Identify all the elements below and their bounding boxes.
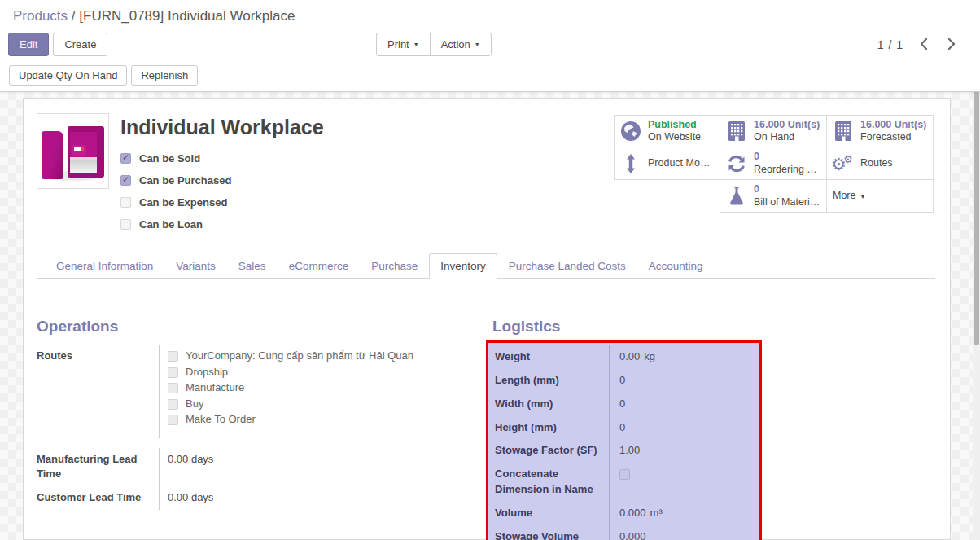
flask-icon <box>726 186 747 207</box>
field-label: Height (mm) <box>495 416 609 440</box>
stat-label: Forecasted <box>860 131 926 143</box>
replenish-button[interactable]: Replenish <box>131 65 198 86</box>
product-header: Individual Workplace Can be SoldCan be P… <box>37 108 935 240</box>
notebook-tabs: General InformationVariantsSaleseCommerc… <box>37 253 935 279</box>
stat-button-forecasted[interactable]: 16.000 Unit(s)Forecasted <box>826 115 934 147</box>
field-value: 0.000 <box>619 530 646 540</box>
operations-group: Operations Routes YourCompany: Cung cấp … <box>37 318 486 540</box>
field-value: 0.00 days <box>159 448 486 487</box>
form-sheet: Individual Workplace Can be SoldCan be P… <box>23 98 951 540</box>
logistics-group: Logistics Weight0.00kgLength (mm)0Width … <box>486 318 935 540</box>
stat-button-box: PublishedOn Website16.000 Unit(s)On Hand… <box>614 115 935 213</box>
route-option-label: Make To Order <box>186 412 256 428</box>
stat-button-on-hand[interactable]: 16.000 Unit(s)On Hand <box>720 115 827 147</box>
page-title: Individual Workplace <box>120 116 614 139</box>
field-value: 0 <box>619 421 625 433</box>
stat-button-product-moves[interactable]: Product Moves <box>614 147 720 180</box>
checkbox[interactable] <box>619 469 630 480</box>
route-option-label: YourCompany: Cung cấp sản phẩm từ Hải Qu… <box>186 349 413 364</box>
checkbox[interactable] <box>120 175 131 186</box>
field-row: Width (mm)0 <box>495 393 753 416</box>
stat-button-bill-of-materials[interactable]: 0Bill of Materials <box>720 179 827 213</box>
route-option-label: Buy <box>186 397 203 412</box>
tab-purchase-landed-costs[interactable]: Purchase Landed Costs <box>497 253 637 279</box>
checkbox[interactable] <box>168 415 178 425</box>
caret-down-icon: ▼ <box>413 42 419 47</box>
flag-label: Can be Sold <box>139 152 200 165</box>
create-button[interactable]: Create <box>53 33 107 56</box>
field-label: Weight <box>495 345 609 369</box>
route-option-row: Make To Order <box>168 412 486 428</box>
building-icon <box>726 121 747 142</box>
checkbox[interactable] <box>120 197 131 208</box>
route-option-row: YourCompany: Cung cấp sản phẩm từ Hải Qu… <box>168 349 486 365</box>
checkbox[interactable] <box>168 367 178 378</box>
print-dropdown-button[interactable]: Print ▼ <box>376 33 431 56</box>
pager-next-button[interactable] <box>943 37 960 54</box>
pager-value[interactable]: 1 / 1 <box>877 38 903 51</box>
route-option-label: Dropship <box>186 365 228 380</box>
tab-ecommerce[interactable]: eCommerce <box>278 253 361 279</box>
route-option-row: Manufacture <box>168 380 486 397</box>
product-image[interactable] <box>37 113 109 189</box>
stat-button-more[interactable]: More▼ <box>826 179 934 213</box>
stat-label: Reordering R… <box>754 164 820 176</box>
checkbox[interactable] <box>168 351 178 362</box>
field-label: Length (mm) <box>495 369 609 393</box>
tab-variants[interactable]: Variants <box>164 253 227 279</box>
field-row: Stowage Factor (SF)1.00 <box>495 439 753 463</box>
field-row: Manufacturing Lead Time0.00 days <box>37 448 486 487</box>
field-label: Customer Lead Time <box>37 486 159 510</box>
arrows-v-icon <box>620 153 641 174</box>
globe-icon <box>620 121 641 142</box>
pager-previous-button[interactable] <box>915 37 932 54</box>
tab-purchase[interactable]: Purchase <box>360 253 429 279</box>
control-panel: Edit Create Print ▼ Action ▼ 1 / 1 <box>0 30 980 59</box>
breadcrumb-parent-link[interactable]: Products <box>13 8 68 24</box>
field-value: 1.00 <box>619 444 640 456</box>
tab-inventory[interactable]: Inventory <box>429 253 497 279</box>
logistics-heading: Logistics <box>492 318 935 336</box>
checkbox[interactable] <box>168 399 178 410</box>
breadcrumb-current: [FURN_0789] Individual Workplace <box>79 8 295 24</box>
breadcrumb: Products / [FURN_0789] Individual Workpl… <box>0 0 980 30</box>
field-unit: m³ <box>650 507 663 519</box>
flag-label: Can be Expensed <box>139 196 227 209</box>
field-value: 0.00 <box>619 350 640 362</box>
tab-general-information[interactable]: General Information <box>45 253 164 279</box>
tab-sales[interactable]: Sales <box>227 253 278 279</box>
field-value: 0 <box>619 397 625 410</box>
stat-button-reordering-rules[interactable]: 0Reordering R… <box>720 147 827 180</box>
scrollbar-thumb[interactable] <box>974 67 979 345</box>
product-flag-row: Can be Expensed <box>120 196 614 209</box>
field-label: Concatenate Dimension in Name <box>495 463 609 502</box>
field-label: Stowage Volume (m3) <box>495 525 609 540</box>
checkbox[interactable] <box>120 219 131 230</box>
field-value: 0 <box>619 374 625 386</box>
action-dropdown-button[interactable]: Action ▼ <box>430 33 492 56</box>
field-unit: kg <box>644 350 655 362</box>
chevron-left-icon <box>920 38 927 50</box>
form-content-area: Individual Workplace Can be SoldCan be P… <box>0 92 980 540</box>
route-option-label: Manufacture <box>186 380 244 396</box>
field-label: Width (mm) <box>495 393 609 416</box>
stat-value: 16.000 Unit(s) <box>860 119 926 131</box>
field-row: Height (mm)0 <box>495 416 753 440</box>
checkbox[interactable] <box>168 383 178 393</box>
stat-button-routes[interactable]: ⚙⚙Routes <box>826 147 934 180</box>
stat-button-on-website[interactable]: PublishedOn Website <box>614 115 720 147</box>
stat-value: 0 <box>754 151 820 163</box>
refresh-icon <box>726 154 747 173</box>
vertical-scrollbar[interactable] <box>973 59 980 540</box>
field-row: Customer Lead Time0.00 days <box>37 486 486 510</box>
edit-button[interactable]: Edit <box>8 33 49 56</box>
routes-field-row: Routes YourCompany: Cung cấp sản phẩm từ… <box>37 345 486 438</box>
stat-label: More <box>833 190 855 201</box>
tab-accounting[interactable]: Accounting <box>637 253 715 279</box>
checkbox[interactable] <box>120 153 131 164</box>
building-icon <box>833 121 854 142</box>
stat-value: 0 <box>754 183 820 195</box>
route-option-row: Buy <box>168 397 486 413</box>
update-qty-on-hand-button[interactable]: Update Qty On Hand <box>9 65 127 86</box>
stat-label: On Website <box>648 131 701 143</box>
